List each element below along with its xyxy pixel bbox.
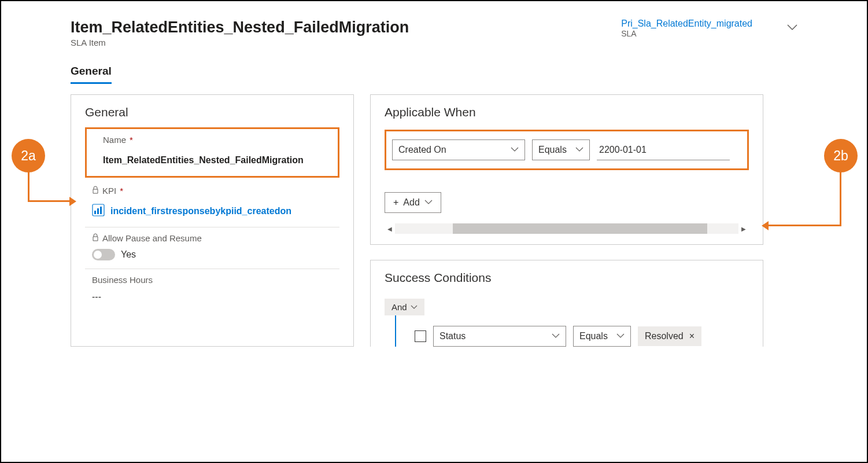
success-field-select[interactable]: Status	[433, 326, 566, 347]
required-asterisk: *	[130, 135, 133, 145]
allow-pause-label: Allow Pause and Resume	[102, 233, 202, 243]
success-conditions-panel: Success Conditions And Status Equals	[370, 260, 763, 347]
kpi-label: KPI	[102, 186, 116, 196]
svg-rect-1	[94, 211, 96, 214]
success-operator-value: Equals	[579, 331, 608, 341]
callout-2b-line-v	[840, 172, 841, 225]
name-field-highlight: Name* Item_RelatedEntities_Nested_Failed…	[85, 127, 339, 178]
condition-value-input[interactable]: 2200-01-01	[597, 140, 730, 160]
name-value[interactable]: Item_RelatedEntities_Nested_FailedMigrat…	[95, 155, 330, 166]
applicable-when-panel: Applicable When Created On Equals 2200-0…	[370, 94, 763, 245]
allow-pause-toggle[interactable]	[92, 249, 115, 260]
general-panel-title: General	[85, 105, 339, 119]
scroll-left-arrow-icon[interactable]: ◀	[385, 226, 395, 232]
svg-rect-2	[97, 208, 99, 214]
add-button-label: Add	[403, 197, 419, 208]
lock-icon	[92, 186, 99, 196]
required-asterisk: *	[120, 186, 123, 196]
applicable-when-title: Applicable When	[385, 105, 749, 119]
chevron-down-icon[interactable]	[787, 23, 797, 34]
success-operator-select[interactable]: Equals	[573, 326, 631, 347]
scroll-thumb[interactable]	[453, 223, 707, 234]
chevron-down-icon	[575, 147, 583, 153]
condition-field-select[interactable]: Created On	[392, 139, 525, 160]
chevron-down-icon	[424, 200, 433, 205]
success-value-chip[interactable]: Resolved ×	[638, 326, 701, 346]
page-title: Item_RelatedEntities_Nested_FailedMigrat…	[71, 19, 409, 36]
add-condition-button[interactable]: + Add	[385, 192, 441, 213]
success-conditions-title: Success Conditions	[385, 271, 749, 285]
name-label: Name	[103, 135, 126, 145]
callout-2a-line-h	[28, 200, 71, 202]
related-sla-sublabel: SLA	[621, 29, 752, 38]
callout-2a-arrowhead	[69, 197, 76, 206]
plus-icon: +	[393, 197, 398, 208]
tab-general[interactable]: General	[71, 65, 112, 84]
related-sla-link[interactable]: Pri_Sla_RelatedEntity_migrated	[621, 19, 752, 29]
business-hours-value[interactable]: ---	[85, 292, 339, 302]
general-panel: General Name* Item_RelatedEntities_Neste…	[71, 94, 354, 347]
condition-operator-select[interactable]: Equals	[532, 139, 590, 160]
chevron-down-icon	[511, 147, 519, 153]
kpi-chart-icon	[92, 204, 105, 219]
callout-2b-line-h	[767, 225, 841, 226]
chevron-down-icon	[616, 333, 625, 339]
page-header: Item_RelatedEntities_Nested_FailedMigrat…	[71, 19, 797, 47]
callout-2b-arrowhead	[762, 221, 769, 230]
callout-2a-line-v	[28, 172, 29, 201]
close-icon[interactable]: ×	[689, 331, 695, 341]
success-condition-row: Status Equals Resolved ×	[415, 326, 749, 347]
condition-field-value: Created On	[398, 145, 446, 155]
condition-operator-value: Equals	[538, 145, 567, 155]
condition-checkbox[interactable]	[415, 330, 426, 342]
callout-2b: 2b	[824, 139, 858, 172]
chevron-down-icon	[552, 333, 560, 339]
svg-rect-3	[100, 207, 102, 214]
scroll-right-arrow-icon[interactable]: ▶	[738, 226, 749, 232]
success-value-text: Resolved	[645, 331, 684, 341]
business-hours-label: Business Hours	[92, 275, 153, 285]
chevron-down-icon	[411, 305, 418, 310]
callout-2a: 2a	[12, 139, 45, 172]
lock-icon	[92, 233, 99, 243]
kpi-value-link[interactable]: incident_firstresponsebykpiid_createdon	[110, 206, 291, 216]
success-field-value: Status	[439, 331, 466, 341]
condition-highlight: Created On Equals 2200-01-01	[385, 130, 749, 170]
group-operator-label: And	[391, 302, 407, 312]
allow-pause-value: Yes	[121, 249, 136, 260]
page-subtitle: SLA Item	[71, 38, 409, 47]
horizontal-scrollbar[interactable]: ◀ ▶	[385, 223, 749, 234]
group-operator-and[interactable]: And	[385, 299, 424, 315]
tab-bar: General	[71, 65, 797, 84]
scroll-track[interactable]	[395, 223, 738, 234]
